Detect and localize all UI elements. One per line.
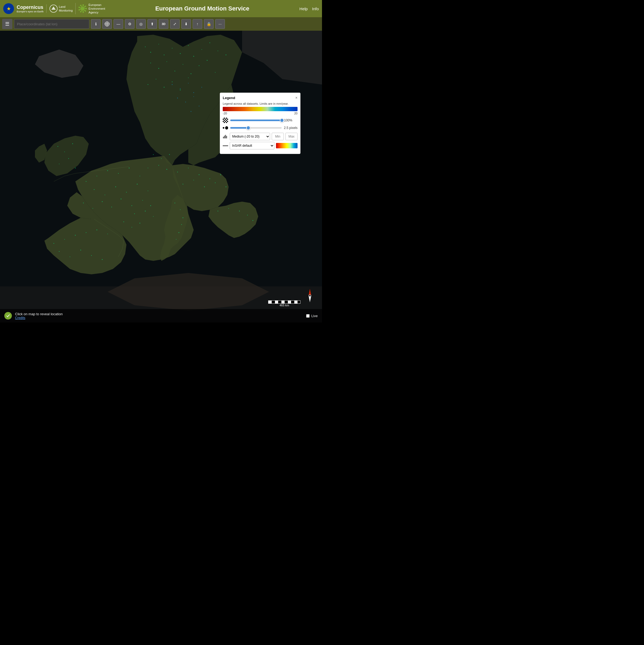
svg-point-110 [199, 106, 199, 106]
share-tool-button[interactable]: ⤢ [170, 19, 180, 29]
svg-point-16 [150, 63, 151, 63]
size-icon [223, 125, 228, 131]
svg-point-4 [145, 46, 145, 47]
svg-point-99 [131, 227, 132, 227]
more-tool-button[interactable]: ··· [215, 19, 225, 29]
live-toggle-row: Live [306, 314, 318, 318]
svg-point-94 [150, 205, 151, 206]
svg-point-104 [194, 92, 194, 93]
size-slider-fill [230, 127, 248, 129]
svg-point-88 [169, 154, 170, 155]
color-gradient-bar [223, 107, 298, 111]
info-tool-button[interactable]: ℹ [91, 19, 101, 29]
colormap-preview-bar [276, 143, 298, 148]
svg-rect-114 [226, 136, 227, 138]
svg-point-5 [150, 52, 151, 53]
svg-point-100 [139, 223, 140, 224]
menu-button[interactable]: ☰ [2, 19, 12, 29]
dot-small [223, 127, 224, 129]
size-slider-thumb[interactable] [246, 126, 251, 130]
svg-point-97 [153, 216, 153, 217]
eu-flag-logo: ★ [3, 3, 14, 14]
svg-point-25 [148, 84, 148, 85]
range-select[interactable]: Medium (-20 to 20) Small (-5 to 5) Large… [230, 133, 270, 140]
svg-point-89 [158, 165, 159, 166]
svg-point-42 [139, 176, 140, 176]
land-monitoring-logo: Land Monitoring [46, 4, 73, 13]
svg-point-79 [179, 232, 180, 233]
compass-icon [303, 287, 317, 304]
svg-point-53 [121, 199, 121, 200]
eea-sun-icon [78, 4, 87, 13]
opacity-slider[interactable] [230, 120, 282, 121]
svg-point-23 [207, 60, 208, 61]
svg-point-90 [167, 169, 167, 170]
svg-point-40 [118, 173, 119, 174]
help-link[interactable]: Help [299, 6, 308, 11]
svg-point-13 [210, 42, 210, 43]
svg-point-85 [253, 220, 253, 221]
legend-panel: Legend × Legend across all datasets. Lim… [220, 92, 301, 154]
svg-point-43 [94, 189, 95, 190]
minus-tool-button[interactable]: — [113, 19, 123, 29]
colormap-icon [223, 145, 228, 146]
svg-point-59 [107, 234, 108, 234]
svg-point-49 [83, 203, 84, 204]
svg-point-96 [145, 211, 146, 212]
svg-point-48 [148, 191, 148, 191]
svg-point-46 [126, 192, 127, 193]
svg-rect-111 [223, 137, 224, 138]
compass-tool-button[interactable]: ◎ [136, 19, 146, 29]
opacity-slider-thumb[interactable] [280, 118, 284, 123]
svg-point-67 [199, 175, 200, 175]
range-icon [223, 135, 228, 138]
legend-close-button[interactable]: × [295, 95, 298, 100]
svg-point-82 [228, 208, 229, 209]
range-min-input[interactable] [272, 133, 284, 140]
svg-point-105 [202, 87, 202, 87]
svg-point-117 [309, 294, 311, 297]
info-link[interactable]: Info [312, 6, 319, 11]
colormap-select[interactable]: InSAR default Rainbow Viridis [230, 142, 274, 150]
copernicus-label: Copernicus [17, 5, 44, 10]
svg-point-91 [148, 168, 148, 168]
search-input[interactable] [14, 19, 89, 29]
svg-point-69 [220, 175, 221, 175]
globe-tool-button[interactable] [102, 19, 112, 29]
size-slider[interactable] [230, 127, 282, 129]
scale-bar: 465 km [268, 300, 301, 307]
svg-point-51 [102, 201, 103, 202]
svg-point-80 [176, 239, 177, 240]
eea-label: European Environment Agency [88, 3, 105, 15]
lock-tool-button[interactable]: 🔒 [204, 19, 214, 29]
checkmark-icon [6, 313, 10, 318]
svg-point-9 [180, 53, 181, 54]
click-to-reveal-text: Click on map to reveal location [15, 312, 63, 316]
upload-tool-button[interactable]: ⬆ [147, 19, 157, 29]
layers-tool-button[interactable]: ↑ [193, 19, 202, 29]
opacity-icon [223, 118, 228, 123]
range-max-input[interactable] [285, 133, 298, 140]
svg-point-39 [107, 170, 108, 171]
land-monitoring-label: Land Monitoring [59, 5, 73, 13]
svg-point-92 [131, 205, 132, 206]
eu-stars: ★ [7, 6, 10, 11]
svg-point-30 [188, 77, 189, 78]
svg-point-12 [202, 49, 202, 50]
opacity-row: 100% [223, 118, 298, 123]
live-checkbox[interactable] [306, 314, 310, 317]
download-tool-button[interactable]: ⬇ [181, 19, 191, 29]
svg-point-32 [64, 152, 65, 152]
legend-title: Legend [223, 96, 235, 100]
credits-link[interactable]: Credits [15, 316, 63, 320]
svg-point-37 [86, 181, 87, 182]
colormap-row: InSAR default Rainbow Viridis [223, 142, 298, 150]
legend-header: Legend × [223, 95, 298, 100]
svg-point-86 [153, 154, 154, 155]
svg-point-55 [64, 239, 65, 240]
svg-point-71 [194, 180, 194, 180]
svg-point-41 [129, 168, 130, 169]
3d-tool-button[interactable]: 3D [159, 19, 169, 29]
settings-tool-button[interactable]: ⚙ [125, 19, 134, 29]
map-container[interactable]: Legend × Legend across all datasets. Lim… [0, 31, 322, 322]
